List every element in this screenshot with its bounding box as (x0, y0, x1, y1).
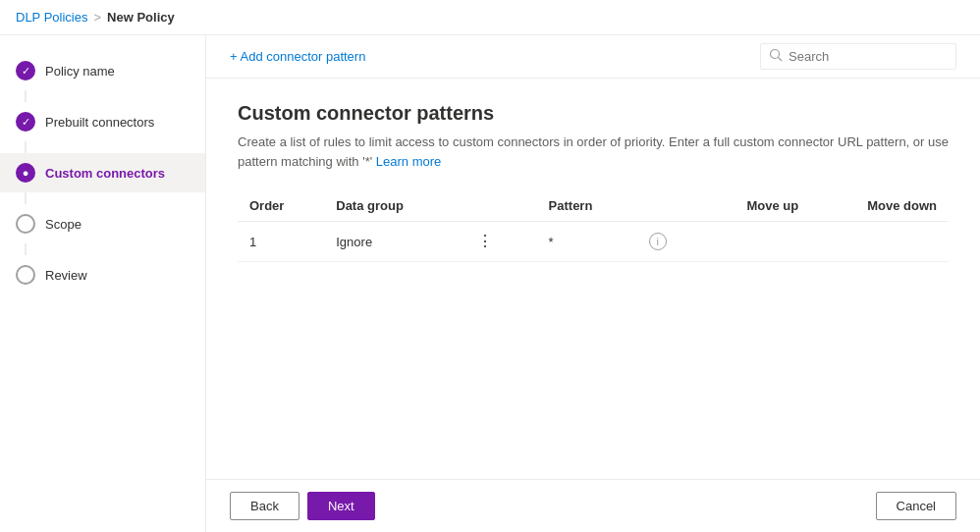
search-icon (769, 48, 783, 65)
content-area: + Add connector pattern Custom connector… (206, 35, 980, 532)
nav-circle-policy-name: ✓ (16, 61, 35, 80)
check-icon: ✓ (22, 65, 30, 78)
breadcrumb: DLP Policies > New Policy (0, 0, 980, 35)
learn-more-link[interactable]: Learn more (376, 154, 441, 169)
nav-connector-2 (25, 141, 27, 153)
page-description: Create a list of rules to limit access t… (238, 133, 949, 171)
page-content: Custom connector patterns Create a list … (206, 79, 980, 479)
cell-order: 1 (238, 222, 324, 262)
search-box (760, 43, 956, 70)
nav-connector-4 (25, 243, 27, 255)
next-button[interactable]: Next (307, 492, 375, 520)
svg-point-0 (771, 50, 780, 59)
cell-info[interactable]: i (637, 222, 698, 262)
page-title: Custom connector patterns (238, 102, 949, 125)
col-pattern: Pattern (537, 190, 637, 222)
sidebar-item-prebuilt-connectors[interactable]: ✓ Prebuilt connectors (0, 102, 205, 141)
svg-line-1 (779, 58, 783, 62)
nav-circle-scope (16, 214, 35, 234)
connector-table: Order Data group Pattern Move up Move do… (238, 190, 949, 262)
sidebar-label-scope: Scope (45, 217, 82, 232)
cancel-button[interactable]: Cancel (876, 492, 956, 520)
sidebar-label-prebuilt-connectors: Prebuilt connectors (45, 115, 154, 130)
cell-pattern: * (537, 222, 637, 262)
nav-circle-review (16, 265, 35, 285)
col-move-down: Move down (810, 190, 949, 222)
row-options-button[interactable]: ⋮ (471, 232, 500, 251)
table-header: Order Data group Pattern Move up Move do… (238, 190, 949, 222)
table-body: 1 Ignore ⋮ * i (238, 222, 949, 262)
sidebar-label-policy-name: Policy name (45, 64, 115, 79)
breadcrumb-separator: > (93, 10, 101, 25)
nav-circle-prebuilt: ✓ (16, 112, 35, 132)
nav-connector-3 (25, 192, 27, 204)
sidebar-label-custom-connectors: Custom connectors (45, 166, 165, 181)
footer: Back Next Cancel (206, 479, 980, 532)
search-input[interactable] (789, 49, 948, 64)
sidebar-item-review[interactable]: Review (0, 255, 205, 294)
table-row: 1 Ignore ⋮ * i (238, 222, 949, 262)
col-move-up: Move up (698, 190, 810, 222)
bullet-icon: ● (23, 167, 29, 179)
sidebar-item-policy-name[interactable]: ✓ Policy name (0, 51, 205, 90)
back-button[interactable]: Back (230, 492, 299, 520)
add-connector-pattern-button[interactable]: + Add connector pattern (230, 45, 365, 68)
nav-circle-custom: ● (16, 163, 35, 183)
sidebar-label-review: Review (45, 268, 87, 283)
col-order: Order (238, 190, 324, 222)
cell-move-up (698, 222, 810, 262)
page-description-text: Create a list of rules to limit access t… (238, 134, 949, 169)
breadcrumb-parent[interactable]: DLP Policies (16, 10, 87, 25)
col-info (637, 190, 698, 222)
col-data-group: Data group (324, 190, 460, 222)
sidebar: ✓ Policy name ✓ Prebuilt connectors ● Cu… (0, 35, 206, 532)
nav-connector-1 (25, 90, 27, 102)
breadcrumb-current: New Policy (107, 10, 175, 25)
cell-data-group: Ignore (324, 222, 460, 262)
check-icon-2: ✓ (22, 116, 30, 129)
sidebar-item-custom-connectors[interactable]: ● Custom connectors (0, 153, 205, 192)
cell-move-down (810, 222, 949, 262)
info-icon[interactable]: i (649, 233, 667, 250)
cell-dots[interactable]: ⋮ (460, 222, 537, 262)
col-dots (460, 190, 537, 222)
footer-actions-left: Back Next (230, 492, 375, 520)
toolbar: + Add connector pattern (206, 35, 980, 79)
sidebar-item-scope[interactable]: Scope (0, 204, 205, 243)
